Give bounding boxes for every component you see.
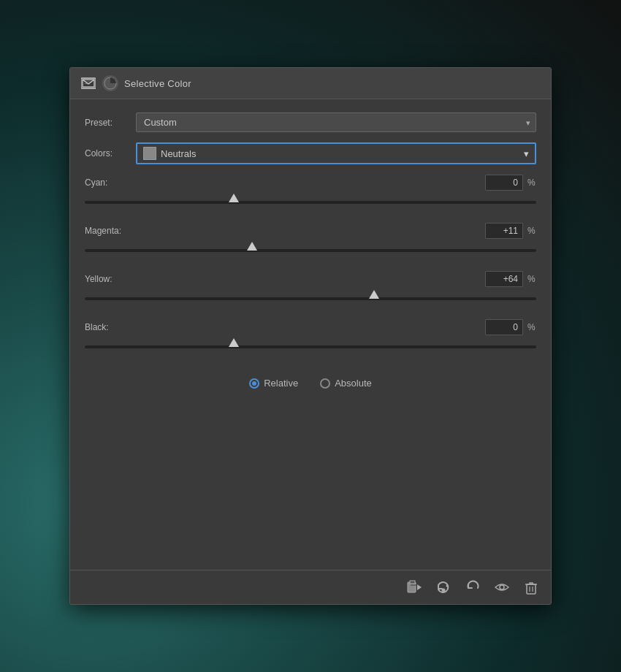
magenta-track-wrapper xyxy=(85,242,536,259)
radio-row: Relative Absolute xyxy=(85,367,536,402)
magenta-unit: % xyxy=(527,226,536,236)
preset-row: Preset: Custom ▾ xyxy=(85,112,536,132)
absolute-option[interactable]: Absolute xyxy=(320,378,372,389)
svg-point-10 xyxy=(442,589,446,592)
cyan-input-group: % xyxy=(136,175,536,191)
delete-icon[interactable] xyxy=(522,578,541,597)
colors-select-wrapper[interactable]: Neutrals ▾ xyxy=(136,142,536,164)
magenta-section: Magenta: % xyxy=(85,223,536,259)
reset-previous-icon[interactable] xyxy=(434,578,453,597)
circle-icon[interactable] xyxy=(102,75,118,91)
clip-icon[interactable] xyxy=(405,578,424,597)
cyan-value-input[interactable] xyxy=(485,175,523,191)
color-swatch xyxy=(143,147,156,160)
cyan-track[interactable] xyxy=(85,201,536,204)
absolute-radio[interactable] xyxy=(320,378,330,389)
preset-select-wrapper: Custom ▾ xyxy=(136,112,536,132)
svg-rect-13 xyxy=(527,584,536,594)
svg-point-11 xyxy=(446,585,449,587)
envelope-icon[interactable] xyxy=(80,75,96,91)
magenta-input-group: % xyxy=(136,223,536,239)
svg-point-12 xyxy=(500,585,504,589)
black-input-group: % xyxy=(136,319,536,335)
preset-label: Preset: xyxy=(85,118,136,128)
yellow-unit: % xyxy=(527,274,536,284)
black-section: Black: % xyxy=(85,319,536,356)
yellow-track-wrapper xyxy=(85,290,536,308)
magenta-row: Magenta: % xyxy=(85,223,536,239)
black-track-wrapper xyxy=(85,338,536,356)
yellow-thumb[interactable] xyxy=(369,290,379,299)
selective-color-panel: Selective Color Preset: Custom ▾ Colors:… xyxy=(69,67,552,605)
black-thumb[interactable] xyxy=(229,338,239,347)
panel-title: Selective Color xyxy=(124,78,191,89)
yellow-value-input[interactable] xyxy=(485,271,523,287)
yellow-track[interactable] xyxy=(85,297,536,300)
colors-label: Colors: xyxy=(85,148,136,159)
svg-rect-7 xyxy=(410,581,415,584)
preset-select[interactable]: Custom xyxy=(136,112,536,132)
relative-radio[interactable] xyxy=(249,378,259,389)
relative-option[interactable]: Relative xyxy=(249,378,298,389)
black-row: Black: % xyxy=(85,319,536,335)
colors-chevron-icon: ▾ xyxy=(524,148,529,159)
yellow-section: Yellow: % xyxy=(85,271,536,308)
panel-footer xyxy=(70,570,551,604)
cyan-thumb[interactable] xyxy=(229,194,239,202)
colors-row: Colors: Neutrals ▾ xyxy=(85,142,536,164)
absolute-label: Absolute xyxy=(335,378,372,389)
colors-value: Neutrals xyxy=(161,148,196,159)
black-track[interactable] xyxy=(85,345,536,348)
magenta-track[interactable] xyxy=(85,249,536,252)
magenta-label: Magenta: xyxy=(85,226,136,236)
cyan-label: Cyan: xyxy=(85,177,136,188)
yellow-row: Yellow: % xyxy=(85,271,536,287)
panel-header: Selective Color xyxy=(70,68,551,99)
magenta-thumb[interactable] xyxy=(247,242,257,251)
visibility-icon[interactable] xyxy=(492,578,511,597)
yellow-input-group: % xyxy=(136,271,536,287)
cyan-row: Cyan: % xyxy=(85,175,536,191)
undo-icon[interactable] xyxy=(463,578,482,597)
black-label: Black: xyxy=(85,322,136,332)
spacer xyxy=(85,402,536,562)
svg-marker-9 xyxy=(417,584,422,590)
sliders-section: Cyan: % Magenta: xyxy=(85,175,536,356)
relative-label: Relative xyxy=(264,378,298,389)
panel-body: Preset: Custom ▾ Colors: Neutrals ▾ xyxy=(70,99,551,570)
cyan-unit: % xyxy=(527,177,536,188)
yellow-label: Yellow: xyxy=(85,274,136,284)
magenta-value-input[interactable] xyxy=(485,223,523,239)
cyan-track-wrapper xyxy=(85,194,536,211)
black-value-input[interactable] xyxy=(485,319,523,335)
colors-select-container: Neutrals ▾ xyxy=(136,142,536,164)
cyan-section: Cyan: % xyxy=(85,175,536,211)
black-unit: % xyxy=(527,322,536,332)
